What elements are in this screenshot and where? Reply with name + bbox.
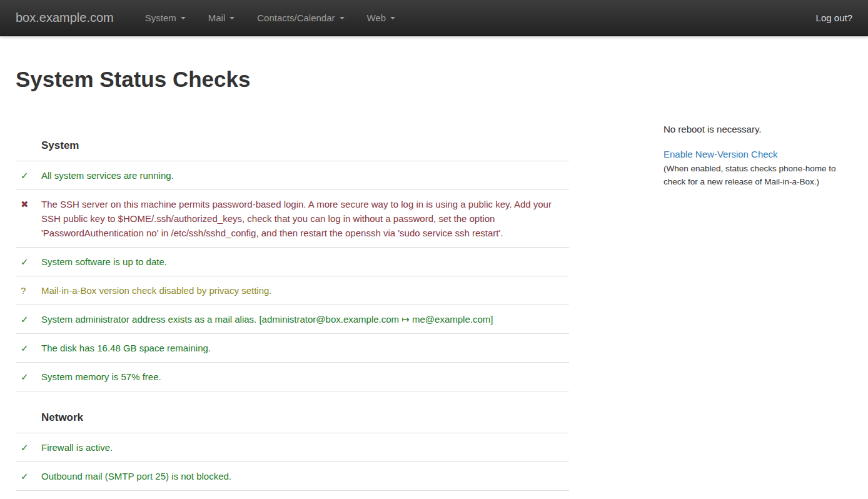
status-row: ✓ System administrator address exists as…: [16, 305, 569, 334]
question-icon: ?: [16, 283, 41, 298]
top-navbar: box.example.com System Mail Contacts/Cal…: [0, 0, 868, 36]
check-icon: ✓: [16, 440, 41, 455]
main-content: System Status Checks System ✓ All system…: [0, 68, 868, 491]
navbar-item-contacts-calendar[interactable]: Contacts/Calendar: [247, 0, 354, 36]
check-icon: ✓: [16, 341, 41, 355]
status-row: ✓ The disk has 16.48 GB space remaining.: [16, 334, 569, 363]
check-icon: ✓: [16, 312, 41, 326]
navbar-item-label: Web: [367, 13, 386, 23]
reboot-status: No reboot is necessary.: [664, 123, 852, 136]
navbar-item-mail[interactable]: Mail: [198, 0, 245, 36]
navbar-item-system[interactable]: System: [135, 0, 196, 36]
status-row: ✓ Outbound mail (SMTP port 25) is not bl…: [16, 462, 569, 491]
status-checks: System ✓ All system services are running…: [16, 104, 569, 491]
check-section: Network ✓ Firewall is active. ✓ Outbound…: [16, 391, 569, 491]
chevron-down-icon: [230, 17, 235, 19]
status-text: System memory is 57% free.: [41, 370, 569, 384]
navbar-item-label: Mail: [208, 13, 226, 23]
status-text: Mail-in-a-Box version check disabled by …: [41, 283, 569, 298]
version-check-note: (When enabled, status checks phone-home …: [664, 162, 852, 188]
check-icon: ✓: [16, 168, 41, 183]
section-rows: ✓ Firewall is active. ✓ Outbound mail (S…: [16, 433, 569, 491]
brand-link[interactable]: box.example.com: [16, 11, 114, 25]
status-row: ✓ System software is up to date.: [16, 248, 569, 276]
version-check-block: Enable New-Version Check (When enabled, …: [664, 148, 852, 188]
status-text: System software is up to date.: [41, 255, 569, 269]
status-text: Firewall is active.: [41, 440, 569, 455]
status-row: ✓ All system services are running.: [16, 161, 569, 190]
status-text: All system services are running.: [41, 168, 569, 183]
logout-link[interactable]: Log out?: [816, 13, 852, 23]
status-text: The disk has 16.48 GB space remaining.: [41, 341, 569, 355]
navbar-item-web[interactable]: Web: [357, 0, 406, 36]
chevron-down-icon: [390, 17, 395, 19]
x-icon: ✖: [16, 197, 41, 211]
chevron-down-icon: [340, 17, 345, 19]
check-icon: ✓: [16, 469, 41, 483]
check-icon: ✓: [16, 255, 41, 269]
navbar-item-label: System: [145, 13, 176, 23]
status-row: ✓ System memory is 57% free.: [16, 363, 569, 391]
check-section: System ✓ All system services are running…: [16, 104, 569, 391]
page-title: System Status Checks: [16, 68, 852, 91]
navbar-item-label: Contacts/Calendar: [257, 13, 335, 23]
section-heading: Network: [16, 391, 569, 433]
navbar-menu: System Mail Contacts/Calendar Web: [135, 0, 408, 36]
status-text: The SSH server on this machine permits p…: [41, 197, 569, 240]
section-rows: ✓ All system services are running. ✖ The…: [16, 161, 569, 391]
status-text: Outbound mail (SMTP port 25) is not bloc…: [41, 469, 569, 483]
status-row: ? Mail-in-a-Box version check disabled b…: [16, 276, 569, 305]
chevron-down-icon: [181, 17, 186, 19]
enable-version-check-link[interactable]: Enable New-Version Check: [664, 149, 778, 159]
status-text: System administrator address exists as a…: [41, 312, 569, 326]
sidebar: No reboot is necessary. Enable New-Versi…: [664, 104, 852, 188]
section-heading: System: [16, 104, 569, 161]
status-row: ✖ The SSH server on this machine permits…: [16, 190, 569, 248]
check-icon: ✓: [16, 370, 41, 384]
status-row: ✓ Firewall is active.: [16, 433, 569, 462]
